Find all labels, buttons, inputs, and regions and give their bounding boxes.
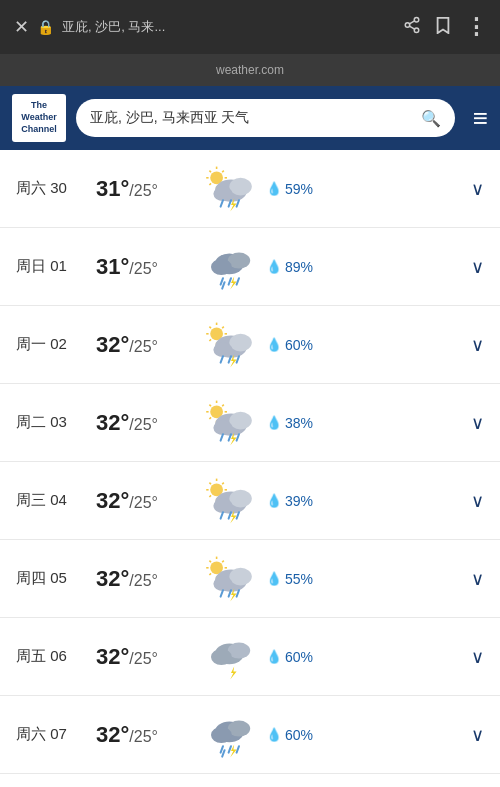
precip-value: 89% [285, 259, 313, 275]
svg-line-4 [409, 20, 414, 23]
url-text: weather.com [216, 63, 284, 77]
svg-line-67 [222, 482, 224, 484]
svg-line-12 [209, 183, 211, 185]
weather-icon [196, 165, 266, 213]
svg-line-11 [222, 170, 224, 172]
svg-line-36 [209, 339, 211, 341]
forecast-row[interactable]: 周一 02 32°/25° 💧 60% ∨ [0, 306, 500, 384]
address-bar[interactable]: weather.com [0, 54, 500, 86]
expand-chevron-icon[interactable]: ∨ [471, 724, 484, 746]
precipitation-label: 💧 60% [266, 727, 326, 743]
expand-chevron-icon[interactable]: ∨ [471, 256, 484, 278]
svg-line-82 [209, 560, 211, 562]
browser-chrome: ✕ 🔒 亚庇, 沙巴, 马来... ⋮ [0, 0, 500, 54]
forecast-row[interactable]: 周六 07 32°/25° 💧 60% ∨ [0, 696, 500, 774]
weather-icon [196, 243, 266, 291]
svg-line-83 [222, 560, 224, 562]
forecast-row[interactable]: 周三 04 32°/25° 💧 39% ∨ [0, 462, 500, 540]
raindrop-icon: 💧 [266, 571, 282, 586]
expand-chevron-icon[interactable]: ∨ [471, 490, 484, 512]
precip-value: 60% [285, 337, 313, 353]
hamburger-menu-icon[interactable]: ≡ [473, 103, 488, 134]
svg-line-59 [237, 434, 239, 440]
close-icon[interactable]: ✕ [14, 16, 29, 38]
svg-point-95 [211, 649, 232, 665]
temp-label: 32°/25° [96, 722, 196, 748]
svg-point-71 [229, 489, 251, 507]
more-options-icon[interactable]: ⋮ [465, 14, 486, 40]
day-label: 周六 07 [16, 725, 96, 744]
precip-value: 39% [285, 493, 313, 509]
svg-line-10 [209, 170, 211, 172]
weather-icon [196, 399, 266, 447]
svg-line-73 [221, 512, 223, 518]
day-label: 周四 05 [16, 569, 96, 588]
temp-label: 32°/25° [96, 488, 196, 514]
expand-chevron-icon[interactable]: ∨ [471, 568, 484, 590]
app-header: The Weather Channel 亚庇, 沙巴, 马来西亚 天气 🔍 ≡ [0, 86, 500, 150]
svg-point-23 [211, 259, 232, 275]
raindrop-icon: 💧 [266, 259, 282, 274]
precipitation-label: 💧 59% [266, 181, 326, 197]
weather-icon [196, 477, 266, 525]
svg-line-17 [221, 200, 223, 206]
raindrop-icon: 💧 [266, 727, 282, 742]
day-label: 周五 06 [16, 647, 96, 666]
svg-point-99 [211, 727, 232, 743]
svg-line-26 [237, 278, 239, 284]
precip-value: 55% [285, 571, 313, 587]
day-label: 周一 02 [16, 335, 96, 354]
raindrop-icon: 💧 [266, 337, 282, 352]
svg-line-100 [221, 746, 223, 752]
svg-line-84 [209, 573, 211, 575]
forecast-row[interactable]: 周六 30 31°/25° 💧 59% ∨ [0, 150, 500, 228]
search-bar[interactable]: 亚庇, 沙巴, 马来西亚 天气 🔍 [76, 99, 455, 137]
expand-chevron-icon[interactable]: ∨ [471, 334, 484, 356]
weather-icon [196, 633, 266, 681]
expand-chevron-icon[interactable]: ∨ [471, 178, 484, 200]
precipitation-label: 💧 60% [266, 649, 326, 665]
day-label: 周三 04 [16, 491, 96, 510]
svg-line-24 [221, 278, 223, 284]
search-icon[interactable]: 🔍 [421, 109, 441, 128]
precip-value: 38% [285, 415, 313, 431]
raindrop-icon: 💧 [266, 181, 282, 196]
day-label: 周六 30 [16, 179, 96, 198]
search-text: 亚庇, 沙巴, 马来西亚 天气 [90, 109, 413, 127]
bookmark-icon[interactable] [435, 16, 451, 39]
precip-value: 60% [285, 649, 313, 665]
forecast-row[interactable]: 周四 05 32°/25° 💧 55% ∨ [0, 540, 500, 618]
svg-point-56 [213, 420, 232, 434]
svg-line-101 [229, 746, 231, 752]
svg-marker-96 [230, 666, 236, 679]
svg-line-103 [222, 750, 224, 756]
forecast-row[interactable]: 周五 06 32°/25° 💧 60% ∨ [0, 618, 500, 696]
svg-point-87 [229, 567, 251, 585]
share-icon[interactable] [403, 16, 421, 39]
temp-label: 31°/25° [96, 176, 196, 202]
svg-point-15 [229, 177, 251, 195]
expand-chevron-icon[interactable]: ∨ [471, 646, 484, 668]
temp-label: 32°/25° [96, 644, 196, 670]
forecast-row[interactable]: 周日 01 31°/25° 💧 89% ∨ [0, 228, 500, 306]
raindrop-icon: 💧 [266, 493, 282, 508]
raindrop-icon: 💧 [266, 649, 282, 664]
svg-line-51 [222, 404, 224, 406]
precipitation-label: 💧 55% [266, 571, 326, 587]
raindrop-icon: 💧 [266, 415, 282, 430]
svg-line-102 [237, 746, 239, 752]
expand-chevron-icon[interactable]: ∨ [471, 412, 484, 434]
svg-point-72 [213, 498, 232, 512]
temp-label: 32°/25° [96, 566, 196, 592]
svg-line-41 [221, 356, 223, 362]
precip-value: 60% [285, 727, 313, 743]
precipitation-label: 💧 89% [266, 259, 326, 275]
day-label: 周日 01 [16, 257, 96, 276]
svg-line-68 [209, 495, 211, 497]
svg-point-16 [213, 186, 232, 200]
svg-point-39 [229, 333, 251, 351]
svg-line-3 [409, 26, 414, 29]
forecast-row[interactable]: 周二 03 32°/25° 💧 38% ∨ [0, 384, 500, 462]
temp-label: 32°/25° [96, 410, 196, 436]
lock-icon: 🔒 [37, 19, 54, 35]
